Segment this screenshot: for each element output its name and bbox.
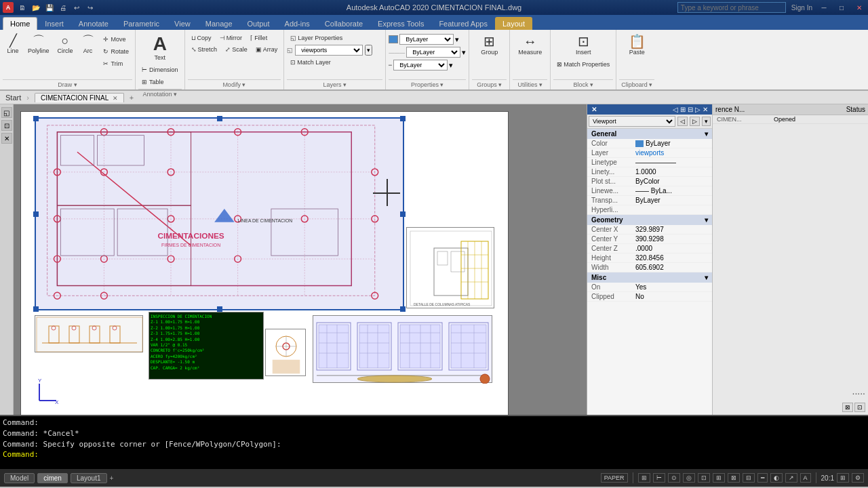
tab-home[interactable]: Home	[3, 17, 37, 30]
tab-insert[interactable]: Insert	[37, 17, 71, 30]
maximize-button[interactable]: □	[835, 1, 848, 14]
tab-close-cimentacion[interactable]: ✕	[113, 95, 118, 102]
paste-button[interactable]: 📋 Paste	[625, 33, 649, 58]
prop-color-value[interactable]: ByLayer	[635, 140, 708, 147]
prop-plotstyle-value[interactable]: ByColor	[635, 178, 708, 185]
3dosnap-button[interactable]: ⊡	[698, 473, 710, 483]
minimize-button[interactable]: ─	[818, 1, 830, 14]
copy-button[interactable]: ⊔ Copy	[188, 33, 215, 43]
polyline-button[interactable]: ⌒ Polyline	[24, 33, 53, 56]
save-button[interactable]: 💾	[43, 1, 56, 14]
match-layer-button[interactable]: ⊡ Match Layer	[287, 57, 334, 68]
polar-button[interactable]: ⊙	[668, 473, 680, 483]
prop-lineweight-value[interactable]: —— ByLa...	[635, 187, 708, 195]
breadcrumb-start[interactable]: Start	[5, 94, 21, 102]
dimension-button[interactable]: ⊢ Dimension	[138, 64, 182, 75]
layer-properties-button[interactable]: ◱ Layer Properties	[287, 33, 346, 43]
status-tab-cimen[interactable]: cimen	[37, 473, 68, 483]
prop-linetype-value[interactable]: ——————	[635, 159, 708, 166]
text-button[interactable]: A Text	[150, 33, 170, 63]
prop-on-value[interactable]: Yes	[635, 283, 708, 291]
lw-button[interactable]: ━	[757, 473, 768, 483]
prop-centerz-value[interactable]: .0000	[635, 245, 708, 252]
table-button[interactable]: ⊞ Table	[138, 77, 182, 87]
color-dropdown[interactable]: ByLayer	[399, 34, 454, 45]
general-section-header[interactable]: General ▾	[587, 129, 712, 139]
trim-button[interactable]: ✂ Trim	[100, 58, 133, 69]
prop-layer-value[interactable]: viewports	[635, 149, 708, 157]
ucs-button[interactable]: ⊠	[728, 473, 740, 483]
prop-height-value[interactable]: 320.8456	[635, 254, 708, 262]
lt-btn-3[interactable]: ✕	[1, 133, 12, 144]
new-tab-button[interactable]: +	[130, 94, 134, 102]
prop-ltscale-value[interactable]: 1.0000	[635, 168, 708, 176]
arc-button[interactable]: ⌒ Arc	[78, 33, 98, 56]
status-tab-layout1[interactable]: Layout1	[71, 473, 107, 483]
new-button[interactable]: 🗎	[16, 1, 28, 14]
line-button[interactable]: ╱ Line	[3, 33, 23, 56]
annotscale-button[interactable]: A	[800, 473, 811, 483]
panel-icon-2[interactable]: ⊞	[680, 106, 686, 113]
tab-addins[interactable]: Add-ins	[277, 17, 317, 30]
prop-centerx-value[interactable]: 329.9897	[635, 226, 708, 233]
prop-clipped-value[interactable]: No	[635, 293, 708, 300]
cmd-input[interactable]	[41, 450, 865, 459]
panel-size-btn-1[interactable]: ⊠	[842, 403, 853, 412]
app-icon[interactable]: A	[3, 2, 14, 13]
move-button[interactable]: ✛ Move	[100, 34, 133, 45]
dyn-button[interactable]: ⊟	[743, 473, 755, 483]
layer-dropdown[interactable]: viewports	[295, 45, 363, 56]
circle-button[interactable]: ○ Circle	[54, 33, 77, 56]
tab-output[interactable]: Output	[240, 17, 277, 30]
tab-featuredapps[interactable]: Featured Apps	[431, 17, 495, 30]
tab-layout[interactable]: Layout	[495, 17, 532, 30]
transparency-button[interactable]: ◐	[770, 473, 783, 483]
insert-button[interactable]: ⊡ Insert	[572, 33, 595, 58]
tab-expresstools[interactable]: Express Tools	[370, 17, 431, 30]
tab-collaborate[interactable]: Collaborate	[317, 17, 370, 30]
rotate-button[interactable]: ↻ Rotate	[100, 46, 133, 57]
close-button[interactable]: ✕	[853, 1, 865, 14]
panel-size-btn-2[interactable]: ⊡	[854, 403, 865, 412]
measure-button[interactable]: ↔ Measure	[515, 33, 545, 58]
linetype-dropdown[interactable]: ByLayer	[406, 47, 460, 58]
panel-close-icon[interactable]: ✕	[703, 106, 708, 113]
settings-btn[interactable]: ⚙	[852, 473, 864, 483]
undo-button[interactable]: ↩	[71, 1, 83, 14]
panel-icon-1[interactable]: ◁	[673, 106, 678, 113]
snap-button[interactable]: ⊞	[638, 473, 650, 483]
canvas-area[interactable]: CIMENTACIONES FIRMES DE CIMENTACION LINE…	[14, 104, 587, 415]
tab-manage[interactable]: Manage	[198, 17, 240, 30]
panel-icon-4[interactable]: ▷	[695, 106, 701, 113]
stretch-button[interactable]: ⤡ Stretch	[188, 44, 221, 55]
open-button[interactable]: 📂	[30, 1, 42, 14]
panel-viewport-dropdown[interactable]: Viewport	[589, 116, 675, 127]
array-button[interactable]: ▣ Array	[252, 44, 281, 55]
lt-btn-1[interactable]: ◱	[1, 107, 12, 118]
main-viewport[interactable]: CIMENTACIONES FIRMES DE CIMENTACION LINE…	[35, 117, 404, 310]
osnap-button[interactable]: ◎	[683, 473, 695, 483]
layer-dropdown-btn[interactable]: ▾	[365, 45, 372, 56]
add-layout-button[interactable]: +	[110, 474, 114, 482]
prop-width-value[interactable]: 605.6902	[635, 264, 708, 271]
geometry-section-header[interactable]: Geometry ▾	[587, 215, 712, 225]
redo-button[interactable]: ↪	[84, 1, 96, 14]
mirror-button[interactable]: ⊣ Mirror	[216, 33, 246, 43]
sel-button[interactable]: ↗	[785, 473, 797, 483]
ortho-button[interactable]: ⊢	[653, 473, 665, 483]
panel-viewport-btn2[interactable]: ▷	[690, 117, 700, 126]
scale-button[interactable]: ⤢ Scale	[222, 44, 251, 55]
zoom-btn[interactable]: ⊞	[837, 473, 849, 483]
print-button[interactable]: 🖨	[57, 1, 69, 14]
panel-scroll-area[interactable]: General ▾ Color ByLayer Layer viewports …	[587, 129, 712, 415]
panel-icon-3[interactable]: ⊟	[688, 106, 693, 113]
panel-viewport-btn1[interactable]: ◁	[677, 117, 688, 126]
otrack-button[interactable]: ⊞	[713, 473, 725, 483]
document-tab-cimentacion[interactable]: CIMENTACION FINAL ✕	[35, 93, 124, 102]
misc-section-header[interactable]: Misc ▾	[587, 272, 712, 283]
tab-annotate[interactable]: Annotate	[71, 17, 116, 30]
prop-centery-value[interactable]: 390.9298	[635, 235, 708, 243]
tab-parametric[interactable]: Parametric	[116, 17, 167, 30]
paper-mode-button[interactable]: PAPER	[601, 473, 628, 483]
search-input[interactable]	[677, 2, 786, 13]
